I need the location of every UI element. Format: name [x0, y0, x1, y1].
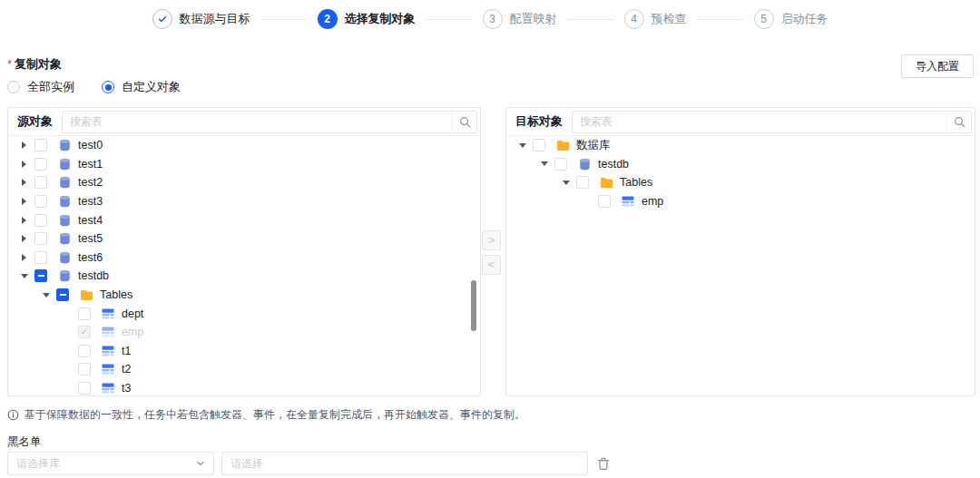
- tree-node-label: Tables: [620, 176, 652, 189]
- collapse-arrow-icon[interactable]: [537, 161, 551, 166]
- target-panel-title: 目标对象: [515, 113, 563, 130]
- collapse-arrow-icon[interactable]: [559, 180, 573, 185]
- import-config-button[interactable]: 导入配置: [901, 54, 974, 78]
- checkbox[interactable]: [34, 139, 47, 151]
- step-number: 5: [754, 9, 774, 29]
- folder-icon: [599, 177, 613, 189]
- checkbox[interactable]: [78, 326, 91, 338]
- expand-arrow-icon[interactable]: [17, 254, 31, 261]
- tree-row[interactable]: t2: [8, 360, 480, 379]
- move-left-button[interactable]: <: [482, 255, 501, 275]
- info-icon: [7, 409, 19, 421]
- expand-arrow-icon[interactable]: [17, 217, 31, 224]
- step-number: 3: [483, 9, 503, 29]
- tree-row[interactable]: test1: [8, 155, 480, 174]
- checkbox[interactable]: [78, 345, 91, 357]
- radio-custom-objects[interactable]: 自定义对象: [102, 79, 181, 95]
- tree-row[interactable]: emp: [506, 192, 975, 211]
- checkbox[interactable]: [78, 382, 91, 395]
- tree-row[interactable]: emp: [8, 323, 480, 342]
- move-right-button[interactable]: >: [482, 230, 501, 250]
- step-item-4[interactable]: 4预检查: [624, 9, 687, 29]
- search-icon[interactable]: [452, 112, 476, 132]
- tree-row[interactable]: 数据库: [506, 136, 975, 155]
- tree-row[interactable]: t1: [8, 342, 480, 361]
- step-item-1[interactable]: 数据源与目标: [152, 9, 250, 29]
- step-label: 选择复制对象: [345, 11, 416, 27]
- checkbox[interactable]: [598, 195, 611, 208]
- tree-row[interactable]: test3: [8, 192, 480, 211]
- expand-arrow-icon[interactable]: [17, 161, 31, 168]
- consistency-note-text: 基于保障数据的一致性，任务中若包含触发器、事件，在全量复制完成后，再开始触发器、…: [24, 407, 525, 423]
- step-check-icon: [152, 9, 172, 29]
- database-icon: [57, 269, 72, 282]
- search-icon[interactable]: [946, 112, 971, 132]
- target-search-input[interactable]: [573, 115, 946, 128]
- checkbox[interactable]: [34, 158, 47, 171]
- expand-arrow-icon[interactable]: [17, 141, 31, 149]
- checkbox[interactable]: [34, 176, 47, 189]
- tree-node-label: testdb: [78, 269, 109, 282]
- tree-row[interactable]: test5: [8, 229, 480, 249]
- checkbox[interactable]: [576, 176, 589, 189]
- source-search-box: [62, 111, 477, 133]
- step-item-3[interactable]: 3配置映射: [483, 9, 557, 29]
- checkbox[interactable]: [78, 307, 91, 320]
- checkbox[interactable]: [78, 363, 91, 376]
- source-search-input[interactable]: [63, 115, 452, 128]
- checkbox[interactable]: [34, 269, 47, 282]
- tree-node-label: test2: [78, 176, 103, 189]
- radio-icon: [102, 81, 114, 93]
- table-icon: [101, 346, 115, 356]
- database-icon: [57, 195, 72, 208]
- tree-row[interactable]: t3: [8, 379, 480, 395]
- step-item-2[interactable]: 2选择复制对象: [318, 9, 416, 29]
- blacklist-db-select[interactable]: 请选择库: [7, 452, 214, 475]
- tree-node-label: dept: [122, 307, 143, 320]
- target-panel: 目标对象 数据库testdbTablesemp: [505, 107, 975, 396]
- tree-node-label: t2: [122, 363, 131, 376]
- tree-node-label: test3: [78, 195, 103, 208]
- tree-row[interactable]: test6: [8, 249, 480, 268]
- checkbox[interactable]: [34, 195, 47, 208]
- collapse-arrow-icon[interactable]: [39, 293, 53, 298]
- blacklist-table-input[interactable]: [221, 452, 588, 475]
- checkbox[interactable]: [34, 251, 47, 264]
- step-connector: [426, 19, 472, 20]
- step-number: 2: [318, 9, 338, 29]
- tree-row[interactable]: test2: [8, 173, 480, 192]
- step-label: 配置映射: [510, 11, 557, 27]
- blacklist-label: 黑名单: [7, 434, 42, 450]
- checkbox[interactable]: [533, 139, 545, 151]
- delete-icon[interactable]: [597, 457, 610, 471]
- radio-label: 全部实例: [27, 79, 74, 95]
- steps-bar: 数据源与目标2选择复制对象3配置映射4预检查5启动任务: [0, 7, 980, 31]
- tree-row[interactable]: testdb: [506, 155, 975, 174]
- collapse-arrow-icon[interactable]: [17, 274, 31, 278]
- database-icon: [57, 232, 72, 245]
- expand-arrow-icon[interactable]: [17, 198, 31, 205]
- tree-row[interactable]: test0: [8, 136, 480, 155]
- radio-all-instances[interactable]: 全部实例: [7, 79, 74, 95]
- checkbox[interactable]: [34, 232, 47, 245]
- expand-arrow-icon[interactable]: [17, 235, 31, 242]
- tree-row[interactable]: testdb: [8, 267, 480, 286]
- checkbox[interactable]: [56, 288, 69, 301]
- tree-row[interactable]: Tables: [8, 286, 480, 305]
- tree-node-label: Tables: [100, 288, 132, 301]
- checkbox[interactable]: [34, 214, 47, 227]
- database-icon: [57, 214, 72, 227]
- target-panel-header: 目标对象: [506, 108, 975, 136]
- step-item-5[interactable]: 5启动任务: [754, 9, 828, 29]
- scrollbar-thumb[interactable]: [471, 280, 476, 331]
- checkbox[interactable]: [554, 158, 567, 171]
- replication-object-page: 数据源与目标2选择复制对象3配置映射4预检查5启动任务 导入配置 *复制对象 全…: [0, 0, 980, 478]
- tree-row[interactable]: test4: [8, 210, 480, 229]
- step-number: 4: [624, 9, 644, 29]
- folder-icon: [79, 289, 93, 301]
- collapse-arrow-icon[interactable]: [515, 143, 529, 148]
- expand-arrow-icon[interactable]: [17, 179, 31, 186]
- tree-row[interactable]: Tables: [506, 173, 975, 192]
- tree-row[interactable]: dept: [8, 304, 480, 323]
- step-connector: [261, 19, 307, 20]
